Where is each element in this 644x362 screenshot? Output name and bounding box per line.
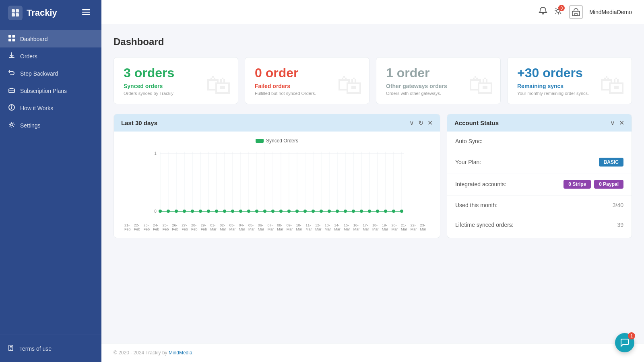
- svg-text:1: 1: [154, 151, 157, 156]
- sidebar-item-terms[interactable]: Terms of use: [8, 341, 93, 356]
- svg-point-77: [303, 210, 307, 213]
- svg-rect-23: [575, 13, 577, 16]
- settings-badge: 0: [558, 5, 565, 11]
- sidebar-label-subscription: Subscription Plans: [20, 88, 67, 94]
- app-logo-icon: [8, 6, 23, 20]
- account-row-lifetime: Lifetime synced orders: 39: [447, 215, 632, 234]
- stat-card-other: 1 order Other gateways orders Orders wit…: [376, 57, 501, 104]
- stripe-badge: 0 Stripe: [564, 180, 591, 189]
- main-content: 0 MindMediaDemo Dashboard 3 orders Synce…: [101, 0, 644, 362]
- account-chevron-icon[interactable]: ∨: [610, 119, 615, 127]
- settings-topbar-button[interactable]: 0: [554, 6, 563, 17]
- account-header: Account Status ∨ ✕: [447, 114, 632, 132]
- svg-rect-0: [12, 9, 15, 12]
- svg-point-78: [312, 210, 315, 213]
- svg-point-76: [295, 210, 299, 213]
- svg-rect-2: [12, 13, 15, 16]
- svg-point-74: [279, 210, 283, 213]
- chat-button[interactable]: 1: [615, 333, 634, 352]
- svg-rect-1: [16, 9, 19, 12]
- svg-rect-9: [8, 39, 11, 42]
- svg-rect-5: [82, 12, 90, 13]
- chevron-down-icon[interactable]: ∨: [409, 119, 414, 127]
- svg-rect-4: [82, 9, 90, 10]
- footer-text: © 2020 - 2024 Trackiy by: [114, 350, 169, 356]
- sidebar-item-orders[interactable]: Orders: [0, 47, 101, 65]
- stats-row: 3 orders Synced orders Orders synced by …: [114, 57, 632, 104]
- grid-icon: [8, 35, 15, 43]
- account-body: Auto Sync: Your Plan: BASIC Integrated a…: [447, 132, 632, 234]
- stat-card-synced: 3 orders Synced orders Orders synced by …: [114, 57, 238, 104]
- used-label: Used this month:: [455, 202, 497, 208]
- lifetime-value: 39: [617, 222, 623, 228]
- footer-link[interactable]: MindMedia: [169, 350, 192, 356]
- used-value: 3/40: [613, 202, 623, 208]
- svg-point-70: [247, 210, 250, 213]
- notifications-button[interactable]: [539, 6, 547, 17]
- svg-rect-6: [82, 14, 90, 15]
- svg-point-59: [159, 210, 162, 213]
- sidebar-item-dashboard[interactable]: Dashboard: [0, 30, 101, 47]
- svg-point-16: [10, 123, 13, 126]
- chart-controls: ∨ ↻ ✕: [409, 119, 433, 127]
- svg-point-68: [231, 210, 234, 213]
- chat-badge: 1: [628, 332, 635, 339]
- stat-bg-icon-remaining: 🛍: [599, 70, 625, 100]
- sidebar-item-how-it-works[interactable]: How it Works: [0, 99, 101, 117]
- gear-icon: [8, 121, 15, 129]
- sidebar-item-settings[interactable]: Settings: [0, 117, 101, 134]
- close-chart-icon[interactable]: ✕: [427, 119, 433, 127]
- svg-point-61: [175, 210, 178, 213]
- lifetime-label: Lifetime synced orders:: [455, 222, 514, 228]
- sidebar-label-settings: Settings: [20, 122, 41, 129]
- sidebar-footer: Terms of use: [0, 335, 101, 362]
- svg-point-84: [360, 210, 363, 213]
- sidebar-item-subscription-plans[interactable]: Subscription Plans: [0, 82, 101, 99]
- svg-point-75: [287, 210, 291, 213]
- svg-point-83: [352, 210, 355, 213]
- shop-icon: [569, 5, 583, 19]
- account-row-used: Used this month: 3/40: [447, 195, 632, 215]
- svg-point-82: [344, 210, 347, 213]
- account-row-plan: Your Plan: BASIC: [447, 151, 632, 173]
- svg-point-65: [207, 210, 210, 213]
- account-close-icon[interactable]: ✕: [619, 119, 624, 127]
- sidebar-label-how-it-works: How it Works: [20, 105, 53, 111]
- svg-point-72: [263, 210, 266, 213]
- autosync-label: Auto Sync:: [455, 138, 483, 144]
- chart-body: Synced Orders 1 0: [114, 132, 440, 238]
- svg-point-71: [255, 210, 258, 213]
- svg-point-73: [271, 210, 275, 213]
- account-row-autosync: Auto Sync:: [447, 132, 632, 151]
- chart-title: Last 30 days: [121, 119, 157, 126]
- stat-bg-icon-other: 🛍: [468, 70, 494, 100]
- chart-header: Last 30 days ∨ ↻ ✕: [114, 114, 440, 132]
- svg-rect-7: [8, 35, 11, 38]
- svg-point-63: [191, 210, 194, 213]
- svg-point-62: [183, 210, 186, 213]
- info-icon: [8, 104, 15, 112]
- undo-icon: [8, 70, 15, 77]
- chart-svg-container: 1 0: [120, 148, 433, 222]
- app-name: Trackiy: [27, 8, 57, 18]
- topbar-username: MindMediaDemo: [589, 9, 632, 15]
- svg-rect-3: [16, 13, 19, 16]
- plan-label: Your Plan:: [455, 159, 481, 165]
- refresh-icon[interactable]: ↻: [418, 119, 423, 127]
- svg-point-15: [11, 106, 12, 107]
- svg-point-69: [239, 210, 242, 213]
- account-row-integrated: Integrated accounts: 0 Stripe 0 Paypal: [447, 173, 632, 195]
- sidebar-label-step-backward: Step Backward: [20, 70, 58, 77]
- integrated-label: Integrated accounts:: [455, 181, 506, 187]
- hamburger-menu[interactable]: [79, 6, 93, 20]
- sidebar-label-orders: Orders: [20, 53, 37, 60]
- svg-point-85: [368, 210, 371, 213]
- paypal-badge: 0 Paypal: [594, 180, 623, 189]
- stat-bg-icon-synced: 🛍: [206, 70, 231, 100]
- svg-rect-10: [12, 39, 15, 42]
- sidebar-label-dashboard: Dashboard: [20, 36, 48, 42]
- chart-legend: Synced Orders: [120, 138, 433, 144]
- svg-point-67: [223, 210, 226, 213]
- sidebar-item-step-backward[interactable]: Step Backward: [0, 65, 101, 82]
- legend-label: Synced Orders: [266, 138, 298, 144]
